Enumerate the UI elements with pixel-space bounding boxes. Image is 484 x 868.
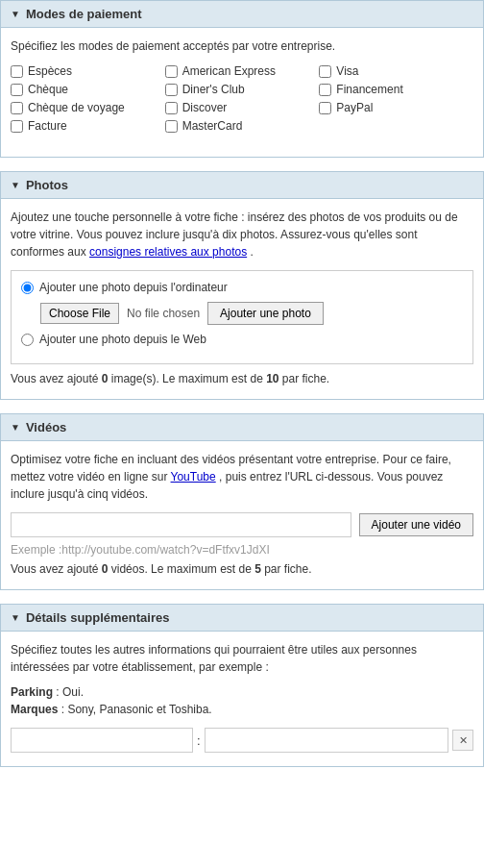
payment-cheque-voyage[interactable]: Chèque de voyage (11, 101, 165, 114)
payment-section-header[interactable]: ▼ Modes de paiement (0, 0, 484, 28)
marques-text: Marques : Sony, Panasonic et Toshiba. (11, 703, 473, 716)
payment-cheque[interactable]: Chèque (11, 83, 165, 96)
payment-mastercard[interactable]: MasterCard (165, 119, 320, 133)
details-section-header[interactable]: ▼ Détails supplémentaires (0, 604, 484, 632)
payment-especes[interactable]: Espèces (11, 64, 165, 78)
detail-input-row: : ✕ (11, 728, 473, 753)
videos-description: Optimisez votre fiche en incluant des vi… (11, 451, 473, 503)
no-file-text: No file chosen (127, 307, 200, 320)
radio-from-web-row: Ajouter une photo depuis le Web (21, 333, 463, 346)
add-video-button[interactable]: Ajouter une vidéo (359, 513, 473, 536)
payment-description: Spécifiez les modes de paiement acceptés… (11, 37, 473, 55)
paypal-checkbox[interactable] (319, 102, 331, 114)
mastercard-checkbox[interactable] (165, 120, 178, 133)
video-input-row: Ajouter une vidéo (11, 512, 473, 537)
visa-checkbox[interactable] (319, 65, 331, 78)
radio-from-web-label: Ajouter une photo depuis le Web (39, 333, 206, 346)
file-input-row: Choose File No file chosen Ajouter une p… (40, 302, 463, 325)
payment-grid: Espèces Chèque Chèque de voyage Facture … (11, 64, 473, 137)
payment-col-1: Espèces Chèque Chèque de voyage Facture (11, 64, 165, 137)
radio-from-computer[interactable] (21, 282, 34, 294)
discover-checkbox[interactable] (165, 102, 178, 114)
payment-section-title: Modes de paiement (26, 7, 142, 21)
payment-diners[interactable]: Diner's Club (165, 83, 320, 96)
video-url-input[interactable] (11, 512, 351, 537)
detail-value-input[interactable] (205, 728, 448, 753)
youtube-link[interactable]: YouTube (171, 470, 216, 484)
payment-paypal[interactable]: PayPal (319, 101, 473, 114)
facture-checkbox[interactable] (11, 120, 23, 133)
financement-checkbox[interactable] (319, 84, 331, 96)
payment-visa[interactable]: Visa (319, 64, 473, 78)
diners-checkbox[interactable] (165, 84, 178, 96)
amex-checkbox[interactable] (165, 65, 178, 78)
cheque-checkbox[interactable] (11, 84, 23, 96)
cheque-voyage-checkbox[interactable] (11, 102, 23, 114)
radio-from-computer-label: Ajouter une photo depuis l'ordinateur (39, 281, 228, 294)
photos-section-title: Photos (26, 178, 68, 192)
parking-text: Parking : Oui. (11, 685, 473, 699)
details-section-content: Spécifiez toutes les autres informations… (0, 632, 484, 767)
detail-colon: : (197, 733, 201, 748)
payment-section-content: Spécifiez les modes de paiement acceptés… (0, 28, 484, 158)
photos-inner-box: Ajouter une photo depuis l'ordinateur Ch… (11, 270, 473, 364)
payment-arrow-icon: ▼ (11, 9, 20, 19)
detail-remove-button[interactable]: ✕ (452, 730, 473, 751)
add-photo-button[interactable]: Ajouter une photo (207, 302, 324, 325)
photos-guidelines-link[interactable]: consignes relatives aux photos (89, 245, 247, 259)
videos-section-header[interactable]: ▼ Vidéos (0, 413, 484, 441)
video-count: Vous avez ajouté 0 vidéos. Le maximum es… (11, 562, 473, 576)
videos-section-content: Optimisez votre fiche en incluant des vi… (0, 441, 484, 590)
details-section-title: Détails supplémentaires (26, 610, 170, 625)
especes-checkbox[interactable] (11, 65, 23, 78)
details-arrow-icon: ▼ (11, 612, 20, 623)
payment-discover[interactable]: Discover (165, 101, 320, 114)
photos-section-content: Ajoutez une touche personnelle à votre f… (0, 199, 484, 400)
photos-description: Ajoutez une touche personnelle à votre f… (11, 209, 473, 260)
payment-amex[interactable]: American Express (165, 64, 320, 78)
videos-section-title: Vidéos (26, 420, 66, 434)
photos-section-header[interactable]: ▼ Photos (0, 171, 484, 199)
radio-from-computer-row: Ajouter une photo depuis l'ordinateur (21, 281, 463, 294)
details-description: Spécifiez toutes les autres informations… (11, 641, 473, 676)
radio-from-web[interactable] (21, 334, 34, 346)
photos-arrow-icon: ▼ (11, 180, 20, 190)
videos-arrow-icon: ▼ (11, 422, 20, 433)
payment-facture[interactable]: Facture (11, 119, 165, 133)
payment-col-2: American Express Diner's Club Discover M… (165, 64, 320, 137)
video-example-text: Exemple :http://youtube.com/watch?v=dFtf… (11, 543, 473, 557)
payment-financement[interactable]: Financement (319, 83, 473, 96)
detail-key-input[interactable] (11, 728, 193, 753)
choose-file-button[interactable]: Choose File (40, 303, 119, 324)
photo-count: Vous avez ajouté 0 image(s). Le maximum … (11, 372, 473, 385)
payment-col-3: Visa Financement PayPal (319, 64, 473, 137)
